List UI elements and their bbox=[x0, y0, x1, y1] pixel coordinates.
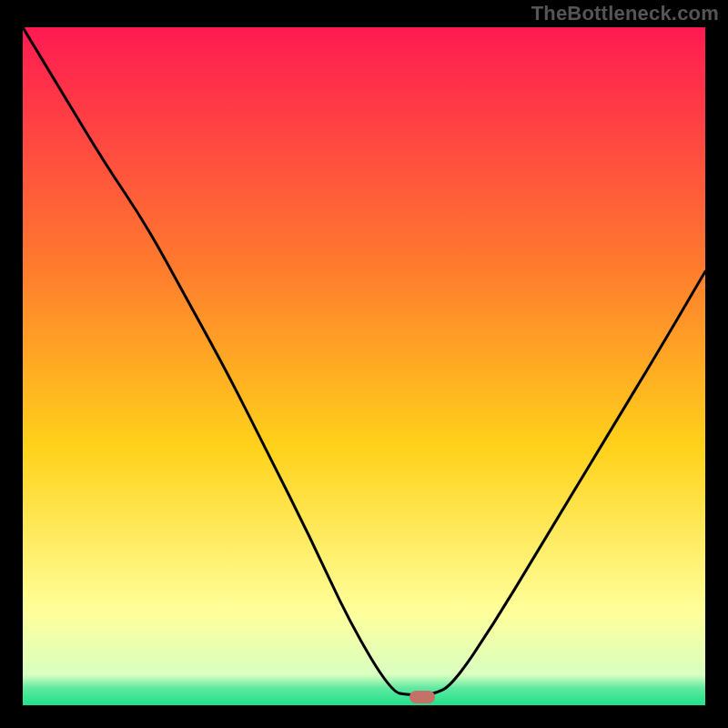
bottleneck-chart-svg bbox=[23, 27, 705, 705]
chart-frame: TheBottleneck.com bbox=[0, 0, 728, 728]
gradient-background bbox=[23, 27, 705, 705]
plot-area bbox=[23, 27, 705, 705]
optimal-marker bbox=[410, 691, 435, 703]
watermark-text: TheBottleneck.com bbox=[531, 2, 719, 25]
